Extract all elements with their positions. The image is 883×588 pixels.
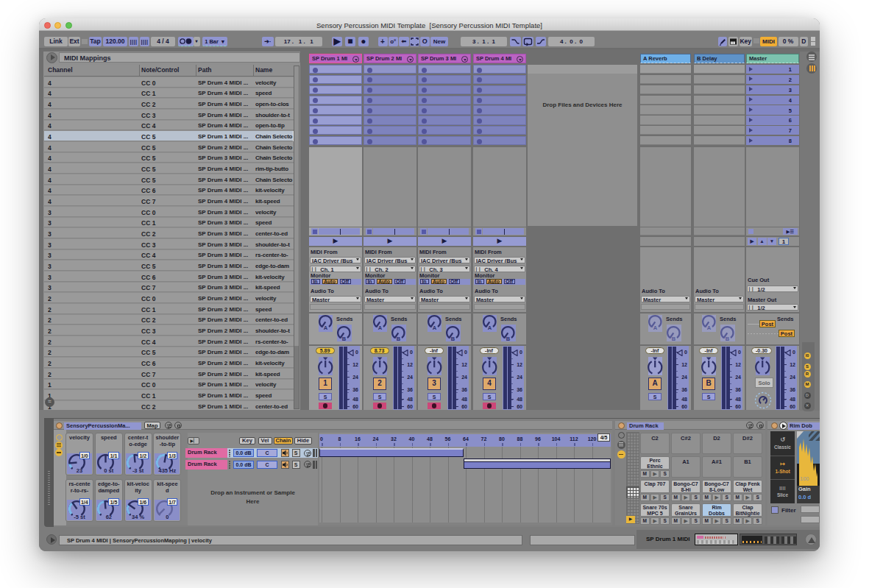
svg-text:100: 100 — [800, 475, 809, 482]
svg-text:A: A — [707, 325, 712, 331]
svg-text:B: B — [397, 336, 401, 342]
svg-text:A: A — [433, 325, 437, 331]
svg-text:A: A — [653, 325, 658, 331]
svg-text:B: B — [342, 336, 347, 342]
svg-text:B: B — [506, 336, 511, 342]
svg-text:A: A — [488, 325, 492, 331]
svg-text:B: B — [726, 336, 730, 342]
svg-text:B: B — [672, 336, 676, 342]
svg-text:A: A — [378, 325, 383, 331]
svg-text:B: B — [451, 336, 455, 342]
svg-text:A: A — [324, 325, 328, 331]
